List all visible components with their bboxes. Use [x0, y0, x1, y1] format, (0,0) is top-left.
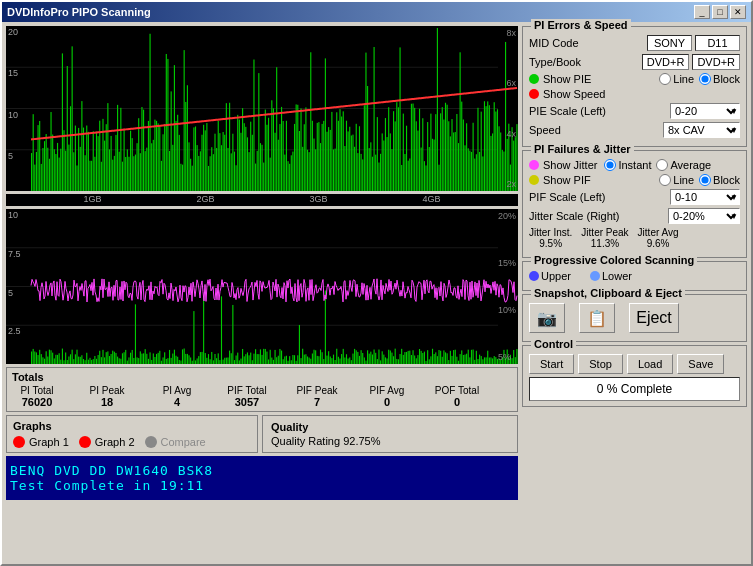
- pie-line-option[interactable]: Line: [659, 73, 694, 85]
- show-speed-row: Show Speed: [529, 88, 740, 100]
- pif-scale-row: PIF Scale (Left) 0-10 0-20: [529, 189, 740, 205]
- camera-icon: 📷: [537, 309, 557, 328]
- mid-code-row: MID Code SONY D11: [529, 35, 740, 51]
- save-button[interactable]: Save: [677, 354, 724, 374]
- jitter-dot: [529, 160, 539, 170]
- lower-label: Lower: [602, 270, 632, 282]
- pof-total-value: 0: [454, 396, 460, 408]
- main-content: 8x 6x 4x 2x 1GB 2GB 3GB 4GB 20% 15%: [2, 22, 751, 564]
- graphs-title: Graphs: [13, 420, 251, 432]
- jitter-peak-item: Jitter Peak 11.3%: [581, 227, 628, 249]
- jitter-scale-select-wrapper[interactable]: 0-20% 0-40%: [668, 208, 740, 224]
- show-jitter-label: Show Jitter: [543, 159, 597, 171]
- right-panel: PI Errors & Speed MID Code SONY D11 Type…: [522, 26, 747, 560]
- jitter-instant-option[interactable]: Instant: [604, 159, 651, 171]
- snapshot-buttons-row: 📷 📋 Eject: [529, 303, 740, 333]
- show-pif-label: Show PIF: [543, 174, 591, 186]
- pi-errors-content: MID Code SONY D11 Type/Book DVD+R DVD+R: [529, 35, 740, 138]
- start-button[interactable]: Start: [529, 354, 574, 374]
- pi-failures-title: PI Failures & Jitter: [531, 143, 634, 155]
- eject-button[interactable]: Eject: [629, 303, 679, 333]
- pif-block-radio[interactable]: [699, 174, 711, 186]
- pi-total-value: 76020: [22, 396, 53, 408]
- minimize-button[interactable]: _: [694, 5, 710, 19]
- graph1-label: Graph 1: [29, 436, 69, 448]
- jitter-inst-item: Jitter Inst. 9.5%: [529, 227, 572, 249]
- graph2-item[interactable]: Graph 2: [79, 436, 135, 448]
- pie-block-radio[interactable]: [699, 73, 711, 85]
- load-button[interactable]: Load: [627, 354, 673, 374]
- mid-code-label: MID Code: [529, 37, 579, 49]
- mid-code-val1: SONY: [647, 35, 692, 51]
- title-bar: DVDInfoPro PIPO Scanning _ □ ✕: [2, 2, 751, 22]
- pif-block-option[interactable]: Block: [699, 174, 740, 186]
- progressive-scanning-title: Progressive Colored Scanning: [531, 254, 697, 266]
- pif-line-option[interactable]: Line: [659, 174, 694, 186]
- graph1-dot: [13, 436, 25, 448]
- pif-total-item: PIF Total 3057: [222, 385, 272, 408]
- maximize-button[interactable]: □: [712, 5, 728, 19]
- pie-radio-group: Line Block: [659, 73, 740, 85]
- pie-scale-select[interactable]: 0-20 0-50 0-100: [670, 103, 740, 119]
- lower-option[interactable]: Lower: [590, 270, 632, 282]
- jitter-peak-label: Jitter Peak: [581, 227, 628, 238]
- jitter-average-option[interactable]: Average: [656, 159, 711, 171]
- bottom-row: Graphs Graph 1 Graph 2 Compare: [6, 415, 518, 453]
- compare-item[interactable]: Compare: [145, 436, 206, 448]
- pie-line-radio[interactable]: [659, 73, 671, 85]
- upper-dot: [529, 271, 539, 281]
- window-title: DVDInfoPro PIPO Scanning: [7, 6, 151, 18]
- jitter-scale-select[interactable]: 0-20% 0-40%: [668, 208, 740, 224]
- camera-button[interactable]: 📷: [529, 303, 565, 333]
- pif-peak-value: 7: [314, 396, 320, 408]
- pif-scale-select-wrapper[interactable]: 0-10 0-20: [670, 189, 740, 205]
- control-group: Control Start Stop Load Save 0 % Complet…: [522, 345, 747, 407]
- show-pif-row: Show PIF Line Block: [529, 174, 740, 186]
- clipboard-button[interactable]: 📋: [579, 303, 615, 333]
- type-book-label: Type/Book: [529, 56, 581, 68]
- pif-scale-label: PIF Scale (Left): [529, 191, 605, 203]
- pif-avg-value: 0: [384, 396, 390, 408]
- lcd-line2: Test Complete in 19:11: [10, 478, 514, 493]
- jitter-peak-value: 11.3%: [591, 238, 619, 249]
- pi-peak-label: PI Peak: [89, 385, 124, 396]
- pie-block-option[interactable]: Block: [699, 73, 740, 85]
- graph1-item[interactable]: Graph 1: [13, 436, 69, 448]
- jitter-average-radio[interactable]: [656, 159, 668, 171]
- lcd-display: BENQ DVD DD DW1640 BSK8 Test Complete in…: [6, 456, 518, 500]
- stop-button[interactable]: Stop: [578, 354, 623, 374]
- pif-peak-label: PIF Peak: [296, 385, 337, 396]
- type-book-row: Type/Book DVD+R DVD+R: [529, 54, 740, 70]
- close-button[interactable]: ✕: [730, 5, 746, 19]
- jitter-inst-value: 9.5%: [539, 238, 562, 249]
- lower-dot: [590, 271, 600, 281]
- speed-label: Speed: [529, 124, 561, 136]
- jitter-avg-item: Jitter Avg 9.6%: [638, 227, 679, 249]
- pi-avg-label: PI Avg: [163, 385, 192, 396]
- speed-row: Speed 8x CAV 4x CAV: [529, 122, 740, 138]
- pif-dot: [529, 175, 539, 185]
- pif-scale-select[interactable]: 0-10 0-20: [670, 189, 740, 205]
- mid-code-values: SONY D11: [647, 35, 740, 51]
- speed-select[interactable]: 8x CAV 4x CAV: [663, 122, 740, 138]
- totals-label: Totals: [12, 371, 512, 383]
- control-content: Start Stop Load Save 0 % Complete: [529, 354, 740, 401]
- jitter-radio-group: Instant Average: [604, 159, 711, 171]
- bottom-chart-wrapper: 20% 15% 10% 5%: [6, 209, 518, 364]
- pif-total-label: PIF Total: [227, 385, 266, 396]
- pie-scale-select-wrapper[interactable]: 0-20 0-50 0-100: [670, 103, 740, 119]
- pof-total-item: POF Total 0: [432, 385, 482, 408]
- speed-select-wrapper[interactable]: 8x CAV 4x CAV: [663, 122, 740, 138]
- graph2-dot: [79, 436, 91, 448]
- jitter-instant-radio[interactable]: [604, 159, 616, 171]
- mid-code-val2: D11: [695, 35, 740, 51]
- pif-line-radio[interactable]: [659, 174, 671, 186]
- pi-failures-group: PI Failures & Jitter Show Jitter Instant: [522, 150, 747, 258]
- title-bar-buttons: _ □ ✕: [694, 5, 746, 19]
- top-chart: [6, 26, 518, 191]
- snapshot-content: 📷 📋 Eject: [529, 303, 740, 333]
- upper-option[interactable]: Upper: [529, 270, 571, 282]
- quality-section: Quality Quality Rating 92.75%: [262, 415, 518, 453]
- pie-scale-label: PIE Scale (Left): [529, 105, 606, 117]
- control-title: Control: [531, 338, 576, 350]
